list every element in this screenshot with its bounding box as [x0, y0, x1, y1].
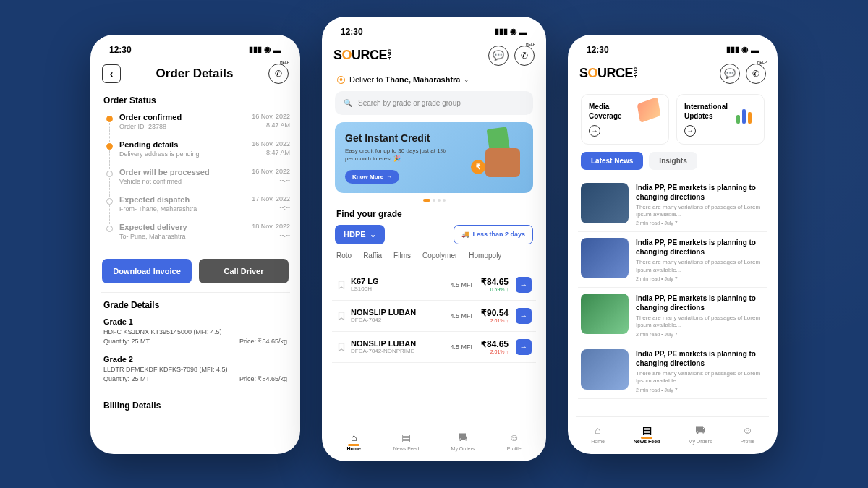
page-title: Order Details	[121, 67, 268, 81]
source-one-logo: SOURCE.ONE	[579, 66, 638, 81]
status-icons: ▮▮▮◉▬	[249, 45, 281, 54]
grade-dropdown[interactable]: HDPE⌄	[335, 225, 385, 244]
news-icon: ▤	[639, 423, 654, 437]
phone-order-details: 12:30 ▮▮▮◉▬ ‹ Order Details ✆HELP Order …	[90, 35, 300, 454]
bottom-nav: ⌂Home ▤News Feed ⛟My Orders ☺Profile	[331, 424, 537, 454]
product-row[interactable]: NONSLIP LUBANDFDA-7042 4.5 MFI ₹90.542.0…	[332, 301, 536, 332]
know-more-button[interactable]: Know More→	[345, 170, 399, 184]
arrow-right-icon: →	[589, 125, 600, 137]
news-thumbnail	[581, 349, 629, 390]
product-row[interactable]: K67 LGLS100H 4.5 MFI ₹84.650.59% ↓ →	[332, 270, 536, 301]
search-input[interactable]: 🔍 Search by grade or grade group	[335, 91, 533, 115]
news-thumbnail	[581, 294, 629, 334]
help-button[interactable]: ✆HELP	[514, 46, 535, 66]
chevron-down-icon: ⌄	[370, 230, 376, 239]
billing-details-label: Billing Details	[103, 401, 290, 411]
status-icons: ▮▮▮◉▬	[495, 27, 527, 36]
tab-news[interactable]: ▤News Feed	[393, 430, 419, 451]
app-header: SOURCE.ONE 💬 ✆HELP	[576, 58, 769, 91]
chat-icon: 💬	[493, 50, 504, 61]
divider	[101, 393, 290, 393]
find-grade-label: Find your grade	[336, 209, 532, 219]
page-header: ‹ Order Details ✆HELP	[99, 58, 292, 91]
chat-button[interactable]: 💬	[488, 46, 509, 66]
delivery-filter[interactable]: 🚚Less than 2 days	[454, 225, 533, 244]
delivery-location[interactable]: ⦿ Deliver to Thane, Maharashtra ⌄	[332, 73, 536, 91]
category-tab[interactable]: Raffia	[363, 252, 382, 262]
grade-item: Grade 1 HDFC KSJDNX KT395145000 (MFI: 4.…	[101, 317, 290, 345]
help-button[interactable]: ✆HELP	[746, 64, 766, 84]
tab-insights[interactable]: Insights	[649, 152, 697, 170]
timeline-item: Expected deliveryTo- Pune, Maharashtra18…	[106, 223, 290, 250]
news-icon: ▤	[399, 430, 413, 445]
signal-icon: ▮▮▮	[495, 27, 508, 36]
status-time: 12:30	[341, 27, 363, 37]
status-bar: 12:30 ▮▮▮◉▬	[99, 42, 292, 58]
news-thumbnail	[581, 183, 629, 223]
tile-international-updates[interactable]: International Updates →	[676, 94, 765, 145]
status-bar: 12:30 ▮▮▮◉▬	[331, 24, 537, 40]
credit-banner[interactable]: Get Instant Credit Easy credit for up to…	[335, 122, 533, 193]
help-button[interactable]: ✆HELP	[268, 64, 289, 84]
timeline-item: Pending detailsDelivery address is pendi…	[106, 140, 290, 168]
category-tab[interactable]: Films	[393, 252, 411, 262]
phone-home: 12:30 ▮▮▮◉▬ SOURCE.ONE 💬 ✆HELP ⦿ Deliver…	[322, 17, 546, 461]
tab-orders[interactable]: ⛟My Orders	[451, 430, 475, 451]
profile-icon: ☺	[507, 430, 522, 445]
tab-home[interactable]: ⌂Home	[591, 423, 605, 444]
tab-latest-news[interactable]: Latest News	[581, 152, 643, 170]
news-item[interactable]: India PP, PE markets is planning to chan…	[578, 288, 767, 343]
grade-details-label: Grade Details	[103, 300, 290, 310]
category-tab[interactable]: Homopoly	[469, 252, 501, 262]
category-tabs: Roto Raffia Films Copolymer Homopoly	[336, 252, 532, 262]
source-one-logo: SOURCE.ONE	[333, 48, 392, 63]
order-timeline: Order confirmedOrder ID- 2378816 Nov, 20…	[101, 113, 290, 250]
status-icons: ▮▮▮◉▬	[726, 45, 759, 54]
timeline-item: Expected dispatchFrom- Thane, Maharashtr…	[106, 195, 290, 223]
wallet-illustration: ₹	[468, 131, 526, 181]
view-product-button[interactable]: →	[516, 308, 532, 324]
carousel-dots	[332, 199, 536, 202]
arrow-right-icon: →	[386, 174, 392, 180]
view-product-button[interactable]: →	[516, 339, 532, 355]
news-item[interactable]: India PP, PE markets is planning to chan…	[578, 177, 767, 233]
tab-profile[interactable]: ☺Profile	[740, 423, 754, 444]
call-driver-button[interactable]: Call Driver	[199, 259, 289, 283]
status-bar: 12:30 ▮▮▮◉▬	[576, 42, 769, 58]
chat-button[interactable]: 💬	[720, 64, 740, 84]
category-tab[interactable]: Copolymer	[422, 252, 457, 262]
wifi-icon: ◉	[510, 27, 517, 36]
product-row[interactable]: NONSLIP LUBANDFDA-7042-NONPRIME 4.5 MFI …	[332, 332, 536, 363]
order-status-label: Order Status	[103, 95, 290, 106]
bookmark-icon[interactable]	[336, 280, 346, 290]
tab-news[interactable]: ▤News Feed	[634, 423, 660, 444]
battery-icon: ▬	[751, 46, 759, 54]
back-button[interactable]: ‹	[102, 64, 121, 83]
news-item[interactable]: India PP, PE markets is planning to chan…	[578, 343, 767, 399]
tab-orders[interactable]: ⛟My Orders	[689, 423, 712, 444]
bookmark-icon[interactable]	[336, 342, 346, 352]
search-icon: 🔍	[344, 99, 352, 107]
tile-media-coverage[interactable]: Media Coverage →	[581, 94, 669, 145]
view-product-button[interactable]: →	[516, 277, 532, 293]
bookmark-icon[interactable]	[336, 311, 346, 321]
bottom-nav: ⌂Home ▤News Feed ⛟My Orders ☺Profile	[576, 416, 769, 447]
download-invoice-button[interactable]: Download Invoice	[102, 259, 192, 283]
tab-profile[interactable]: ☺Profile	[507, 430, 522, 451]
battery-icon: ▬	[519, 27, 527, 36]
location-pin-icon: ⦿	[336, 74, 346, 85]
status-time: 12:30	[587, 45, 609, 55]
chat-icon: 💬	[724, 68, 736, 79]
category-tab[interactable]: Roto	[336, 252, 352, 262]
grade-item: Grade 2 LLDTR DFMEKDF KDFKS-7098 (MFI: 4…	[101, 355, 290, 382]
megaphone-icon	[638, 100, 664, 127]
news-item[interactable]: India PP, PE markets is planning to chan…	[578, 232, 767, 288]
truck-icon: 🚚	[461, 231, 469, 238]
wifi-icon: ◉	[741, 45, 749, 54]
signal-icon: ▮▮▮	[726, 45, 739, 54]
tab-home[interactable]: ⌂Home	[346, 430, 361, 451]
chart-icon	[733, 100, 760, 127]
divider	[101, 292, 290, 293]
phone-icon: ✆	[275, 69, 282, 79]
wifi-icon: ◉	[264, 45, 271, 54]
